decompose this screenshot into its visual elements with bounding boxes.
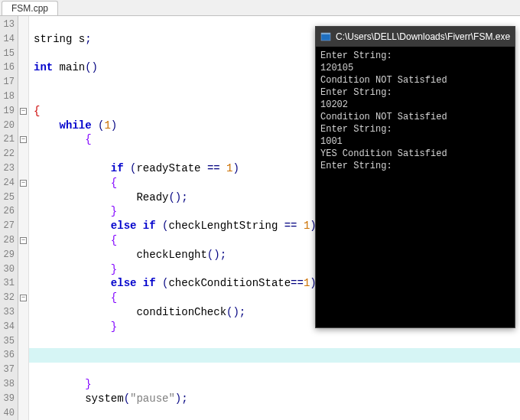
fold-cell	[18, 348, 28, 363]
line-number: 28	[0, 233, 18, 248]
fold-cell	[18, 392, 28, 406]
line-number: 39	[0, 392, 18, 406]
line-number: 20	[0, 119, 18, 133]
console-line: YES Condition Satisfied	[320, 148, 510, 160]
line-number: 31	[0, 276, 18, 291]
line-number: 33	[0, 305, 18, 320]
line-number: 17	[0, 75, 18, 90]
fold-cell	[18, 334, 28, 349]
fold-cell	[18, 60, 28, 75]
fold-toggle-icon[interactable]: −	[20, 108, 27, 115]
line-number: 18	[0, 90, 18, 104]
line-number: 26	[0, 204, 18, 219]
fold-cell[interactable]: −	[18, 132, 28, 147]
console-line: 1001	[320, 135, 510, 148]
fold-toggle-icon[interactable]: −	[20, 136, 27, 143]
fold-cell	[18, 262, 28, 277]
fold-cell	[18, 276, 28, 291]
line-number: 13	[0, 18, 18, 32]
console-icon	[320, 31, 331, 42]
code-line[interactable]	[34, 406, 520, 420]
fold-cell	[18, 406, 28, 420]
line-number: 19	[0, 104, 18, 119]
svg-rect-1	[321, 33, 330, 34]
fold-cell	[18, 18, 28, 32]
fold-cell	[18, 161, 28, 176]
code-line[interactable]	[34, 334, 520, 349]
line-number: 29	[0, 248, 18, 262]
line-number: 14	[0, 32, 18, 47]
line-number: 37	[0, 363, 18, 377]
console-line: Condition NOT Satisfied	[320, 74, 510, 86]
line-number: 21	[0, 132, 18, 147]
fold-cell	[18, 47, 28, 61]
line-number: 15	[0, 47, 18, 61]
fold-cell	[18, 147, 28, 161]
line-number-gutter: 1314151617181920212223242526272829303132…	[0, 16, 18, 420]
console-titlebar[interactable]: C:\Users\DELL\Downloads\Fiverr\FSM.exe	[316, 27, 515, 47]
line-number: 32	[0, 291, 18, 305]
tab-bar: FSM.cpp	[0, 0, 520, 16]
fold-cell[interactable]: −	[18, 104, 28, 119]
line-number: 25	[0, 190, 18, 205]
console-output: Enter String:120105Condition NOT Satisfi…	[316, 47, 515, 175]
fold-cell	[18, 75, 28, 90]
line-number: 38	[0, 377, 18, 392]
fold-cell	[18, 32, 28, 47]
fold-cell[interactable]: −	[18, 233, 28, 248]
fold-cell[interactable]: −	[18, 176, 28, 190]
fold-cell	[18, 204, 28, 219]
code-line[interactable]: system("pause");	[34, 392, 520, 406]
line-number: 30	[0, 262, 18, 277]
console-line: 10202	[320, 99, 510, 111]
fold-toggle-icon[interactable]: −	[20, 295, 27, 301]
code-line[interactable]	[34, 363, 520, 377]
line-number: 24	[0, 176, 18, 190]
console-line: Enter String:	[320, 160, 510, 172]
line-number: 23	[0, 161, 18, 176]
code-line[interactable]	[29, 348, 520, 363]
line-number: 34	[0, 320, 18, 334]
console-line: Enter String:	[320, 123, 510, 135]
fold-cell	[18, 320, 28, 334]
fold-column: −−−−−	[18, 16, 29, 420]
line-number: 36	[0, 348, 18, 363]
fold-cell	[18, 119, 28, 133]
console-line: Condition NOT Satisfied	[320, 111, 510, 123]
line-number: 22	[0, 147, 18, 161]
line-number: 40	[0, 406, 18, 420]
file-tab[interactable]: FSM.cpp	[2, 1, 58, 15]
code-line[interactable]: }	[34, 377, 520, 392]
fold-toggle-icon[interactable]: −	[20, 237, 27, 244]
fold-cell	[18, 190, 28, 205]
fold-toggle-icon[interactable]: −	[20, 180, 27, 187]
console-line: Enter String:	[320, 50, 510, 62]
line-number: 16	[0, 60, 18, 75]
fold-cell	[18, 363, 28, 377]
fold-cell	[18, 248, 28, 262]
console-line: Enter String:	[320, 86, 510, 99]
line-number: 27	[0, 219, 18, 233]
fold-cell	[18, 90, 28, 104]
console-window[interactable]: C:\Users\DELL\Downloads\Fiverr\FSM.exe E…	[315, 26, 515, 328]
fold-cell	[18, 305, 28, 320]
line-number: 35	[0, 334, 18, 349]
fold-cell	[18, 219, 28, 233]
console-line: 120105	[320, 62, 510, 74]
fold-cell[interactable]: −	[18, 291, 28, 305]
console-title-text: C:\Users\DELL\Downloads\Fiverr\FSM.exe	[336, 31, 510, 42]
fold-cell	[18, 377, 28, 392]
